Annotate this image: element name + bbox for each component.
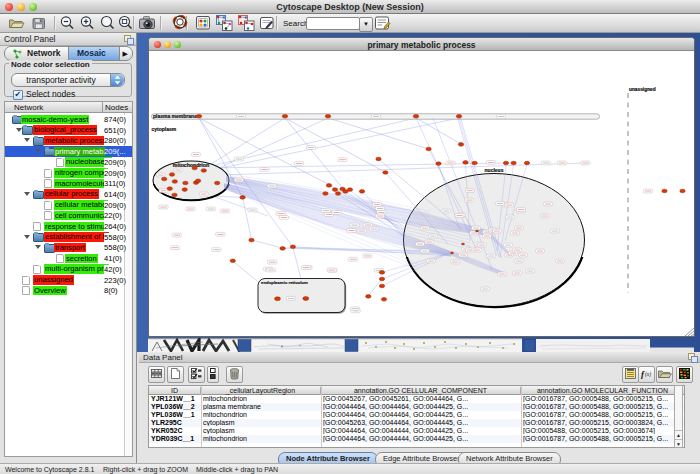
svg-text:endoplasmic reticulum: endoplasmic reticulum (261, 280, 308, 285)
svg-text:plasma membrane: plasma membrane (153, 113, 197, 119)
svg-text:mitochondrion: mitochondrion (173, 162, 209, 168)
svg-text:cytoplasm: cytoplasm (152, 126, 177, 132)
svg-text:unassigned: unassigned (629, 87, 656, 92)
svg-text:(x): (x) (645, 371, 651, 378)
svg-text:nucleus: nucleus (485, 167, 504, 173)
